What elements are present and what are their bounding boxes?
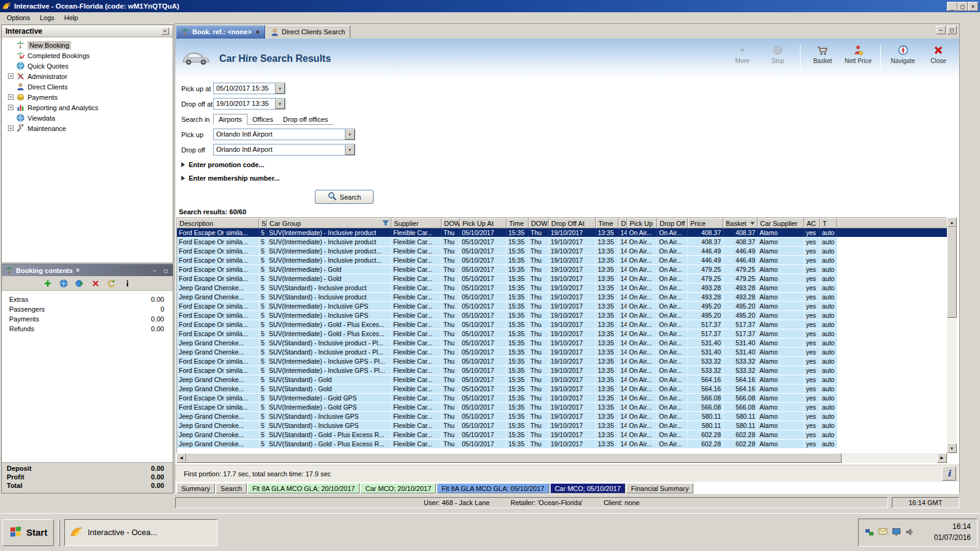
search-in-tab-offices[interactable]: Offices <box>247 114 278 124</box>
vertical-scrollbar[interactable]: ▲ ▼ <box>947 217 957 453</box>
search-button[interactable]: Search <box>315 190 374 204</box>
maximize-button[interactable]: □ <box>957 2 968 11</box>
table-row[interactable]: Ford Escape Or simila...5SUV(Intermediat… <box>177 320 947 329</box>
booking-row-refunds[interactable]: Refunds0.00 <box>2 325 173 335</box>
table-row[interactable]: Jeep Grand Cheroke...5SUV(Standard) - In… <box>177 293 947 302</box>
basket-button[interactable]: Basket <box>807 42 839 64</box>
sidebar-item-maintenance[interactable]: +Maintenance <box>2 123 173 133</box>
column-header-drop-off-at[interactable]: Drop Off At <box>549 218 596 228</box>
column-header-blank[interactable] <box>837 218 948 228</box>
section-tab-flt-8a-gla-mco-gla-20-10-2017[interactable]: Flt 8A GLA MCO GLA; 20/10/2017 <box>247 483 360 493</box>
column-header-car-supplier[interactable]: Car Supplier <box>758 218 804 228</box>
section-tab-summary[interactable]: Summary <box>176 483 215 493</box>
tab-close-icon[interactable]: × <box>256 28 260 36</box>
sidebar-item-reporting-and-analytics[interactable]: +Reporting and Analytics <box>2 102 173 113</box>
horizontal-scroll-thumb[interactable] <box>186 453 842 463</box>
close-button[interactable]: Close <box>922 42 954 64</box>
scroll-left-icon[interactable]: ◀ <box>176 453 186 463</box>
column-header-car-group[interactable]: Car Group <box>267 218 391 228</box>
search-in-tab-airports[interactable]: Airports <box>213 114 247 125</box>
expander-icon[interactable]: + <box>8 126 13 131</box>
close-button[interactable]: × <box>968 2 978 11</box>
panel-restore-button[interactable]: □ <box>162 268 170 274</box>
column-header-time[interactable]: Time <box>596 218 619 228</box>
table-row[interactable]: Ford Escape Or simila...5SUV(Intermediat… <box>177 265 947 274</box>
table-row[interactable]: Ford Escape Or simila...5SUV(Intermediat… <box>177 366 947 375</box>
table-row[interactable]: Ford Escape Or simila...5SUV(Intermediat… <box>177 394 947 403</box>
table-row[interactable]: Ford Escape Or simila...5SUV(Intermediat… <box>177 311 947 320</box>
table-row[interactable]: Jeep Grand Cheroke...5SUV(Standard) - In… <box>177 412 947 421</box>
section-tab-search[interactable]: Search <box>216 483 247 493</box>
info-button[interactable]: i <box>942 466 956 481</box>
tab-close-icon[interactable]: × <box>76 267 80 274</box>
add-button[interactable] <box>43 279 53 288</box>
menu-options[interactable]: Options <box>2 13 35 22</box>
chevron-down-icon[interactable]: ▼ <box>345 144 355 155</box>
column-header-dow[interactable]: DOW <box>529 218 549 228</box>
export-button[interactable] <box>75 279 85 288</box>
tray-display-icon[interactable] <box>892 528 902 538</box>
column-header-d[interactable]: D <box>619 218 627 228</box>
tray-network-icon[interactable] <box>865 528 875 538</box>
filter-icon[interactable] <box>382 220 389 227</box>
column-header-t[interactable]: T <box>820 218 837 228</box>
expander-icon[interactable]: + <box>8 94 13 100</box>
scroll-up-icon[interactable]: ▲ <box>947 217 957 227</box>
column-header-description[interactable]: Description <box>177 218 259 228</box>
table-row[interactable]: Jeep Grand Cheroke...5SUV(Standard) - In… <box>177 339 947 348</box>
pickup-at-input[interactable]: 05/10/2017 15:35 ▼ <box>213 83 285 94</box>
table-row[interactable]: Ford Escape Or simila...5SUV(Intermediat… <box>177 403 947 412</box>
sidebar-item-new-booking[interactable]: New Booking <box>2 40 173 50</box>
chevron-down-icon[interactable]: ▼ <box>275 99 285 109</box>
nett-price-button[interactable]: Nett Price <box>842 42 874 64</box>
sortdesc-icon[interactable] <box>750 221 755 226</box>
section-tab-car-mco-05-10-2017[interactable]: Car MCO; 05/10/2017 <box>550 483 626 493</box>
taskbar-app-button[interactable]: Interactive - Ocea... <box>64 519 217 546</box>
expander-icon[interactable]: + <box>8 73 13 79</box>
promotion-code-expander[interactable]: Enter promotion code... <box>181 159 374 170</box>
chevron-down-icon[interactable]: ▼ <box>275 83 285 94</box>
booking-row-passengers[interactable]: Passengers0 <box>2 305 173 315</box>
column-header-drop-off[interactable]: Drop Off <box>657 218 688 228</box>
column-header-pick-up-at[interactable]: Pick Up At <box>460 218 507 228</box>
horizontal-scrollbar[interactable]: ◀ ▶ <box>176 453 947 463</box>
globe-button[interactable] <box>59 279 69 288</box>
panel-minimize-button[interactable]: − <box>151 268 159 274</box>
table-row[interactable]: Ford Escape Or simila...5SUV(Intermediat… <box>177 357 947 366</box>
table-row[interactable]: Ford Escape Or simila...5SUV(Intermediat… <box>177 274 947 283</box>
refresh-button[interactable] <box>107 279 116 288</box>
search-in-tab-drop-off-offices[interactable]: Drop off offices <box>278 114 333 124</box>
table-row[interactable]: Ford Escape Or simila...5SUV(Intermediat… <box>177 256 947 265</box>
tab-book-ref-none[interactable]: Book. ref.: <none>× <box>176 25 265 39</box>
delete-button[interactable] <box>91 279 100 288</box>
sidebar-item-viewdata[interactable]: Viewdata <box>2 113 173 123</box>
table-row[interactable]: Jeep Grand Cheroke...5SUV(Standard) - In… <box>177 421 947 430</box>
sidebar-item-completed-bookings[interactable]: Completed Bookings <box>2 50 173 61</box>
scroll-down-icon[interactable]: ▼ <box>947 443 957 453</box>
mdi-restore-button[interactable]: □ <box>947 26 957 34</box>
minimize-button[interactable]: _ <box>947 2 957 11</box>
info-button[interactable] <box>123 279 132 288</box>
menu-logs[interactable]: Logs <box>35 13 59 22</box>
table-row[interactable]: Ford Escape Or simila...5SUV(Intermediat… <box>177 302 947 311</box>
column-header-price[interactable]: Price <box>688 218 723 228</box>
booking-row-extras[interactable]: Extras0.00 <box>2 296 173 305</box>
section-tab-car-mco-20-10-2017[interactable]: Car MCO; 20/10/2017 <box>360 483 436 493</box>
column-header-supplier[interactable]: Supplier <box>391 218 442 228</box>
table-row[interactable]: Ford Escape Or simila...5SUV(Intermediat… <box>177 238 947 247</box>
membership-number-expander[interactable]: Enter membership number... <box>181 173 374 184</box>
pickup-location-select[interactable]: Orlando Intl Airport ▼ <box>213 129 355 140</box>
chevron-down-icon[interactable]: ▼ <box>345 129 355 140</box>
column-header-ac[interactable]: AC <box>804 218 820 228</box>
table-row[interactable]: Jeep Grand Cheroke...5SUV(Standard) - In… <box>177 283 947 293</box>
vertical-scroll-thumb[interactable] <box>947 227 957 318</box>
scroll-right-icon[interactable]: ▶ <box>937 453 947 463</box>
section-tab-flt-8a-gla-mco-gla-05-10-2017[interactable]: Flt 8A GLA MCO GLA; 05/10/2017 <box>437 483 549 493</box>
dropoff-at-input[interactable]: 19/10/2017 13:35 ▼ <box>213 98 285 110</box>
menu-help[interactable]: Help <box>59 13 83 22</box>
booking-contents-tab[interactable]: Booking contents × <box>16 267 80 274</box>
table-row[interactable]: Jeep Grand Cheroke...5SUV(Standard) - Go… <box>177 430 947 440</box>
navigate-button[interactable]: Navigate <box>887 42 919 64</box>
panel-collapse-button[interactable]: ▪ <box>161 28 169 35</box>
table-row[interactable]: Ford Escape Or simila...5SUV(Intermediat… <box>177 329 947 339</box>
